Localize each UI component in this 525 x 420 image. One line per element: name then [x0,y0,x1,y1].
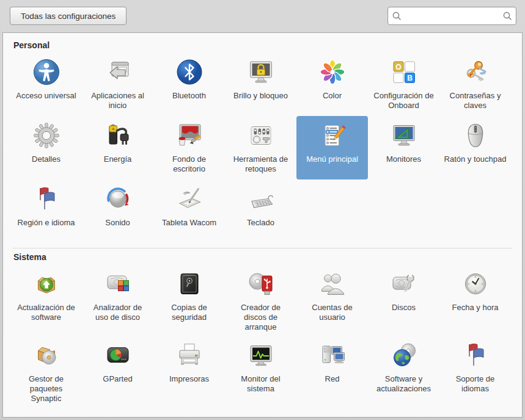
tile-label: Fecha y hora [452,303,499,313]
wacom-tablet-icon [175,184,204,214]
tile-region-language[interactable]: Región e idioma [10,179,82,243]
universal-access-icon [32,57,61,87]
tile-label: Soporte de idiomas [444,374,507,394]
tile-tweak-tool[interactable]: Herramienta de retoques [225,116,296,179]
tile-mouse[interactable]: Ratón y touchpad [439,116,511,179]
tile-date-time[interactable]: Fecha y hora [439,264,511,328]
tile-synaptic[interactable]: Gestor de paquetes Synaptic [10,336,82,407]
tile-label: Copias de seguridad [158,303,221,322]
gparted-icon [103,341,133,370]
tile-power[interactable]: + Energía [82,116,153,179]
startup-applications-icon [103,57,133,87]
search-icon [499,11,516,21]
tile-label: Región e idioma [18,218,75,228]
tweak-tool-icon [246,121,276,150]
tile-gparted[interactable]: GParted [82,336,153,399]
section-title: Personal [13,40,515,50]
software-update-icon [32,269,61,299]
bluetooth-icon [175,57,204,87]
tile-label: Contraseñas y claves [444,91,507,110]
tile-color[interactable]: Color [296,52,368,116]
tile-bluetooth[interactable]: Bluetooth [153,52,225,116]
tile-label: Red [325,374,340,384]
tile-sound[interactable]: Sonido [82,179,153,243]
svg-text:B: B [407,74,413,82]
tile-grid: Actualización de software Analizador de … [10,264,515,407]
section-title: Sistema [13,252,515,262]
svg-text:O: O [395,63,401,71]
tile-user-accounts[interactable]: Cuentas de usuario [296,264,368,328]
startup-disk-creator-icon [246,269,276,299]
tile-label: Menú principal [306,154,358,164]
tile-label: Discos [392,303,416,313]
tile-backups-safe[interactable]: Copias de seguridad [153,264,225,328]
tile-label: GParted [103,374,132,384]
user-accounts-icon [318,269,347,299]
tile-label: Herramienta de retoques [229,154,293,174]
settings-panel: Personal Acceso universal Aplicaciones a… [2,32,523,418]
tile-label: Software y actualizaciones [372,374,436,394]
tile-passwords-keys[interactable]: Contraseñas y claves [439,52,511,116]
search-input[interactable] [404,8,499,24]
monitors-icon [389,121,419,150]
tile-label: Analizador de uso de disco [86,303,150,322]
tile-label: Tableta Wacom [162,218,216,228]
brightness-lock-icon [246,57,276,87]
software-sources-icon [389,341,419,370]
disks-wrench-icon [389,269,419,299]
tile-label: Bluetooth [172,91,206,101]
date-time-icon [461,269,490,299]
language-support-icon [461,341,490,370]
tile-label: Configuración de Onboard [372,91,436,110]
passwords-keys-icon [461,57,490,87]
synaptic-icon [32,341,61,370]
tile-label: Creador de discos de arranque [229,303,293,332]
mouse-icon [461,121,490,150]
tile-label: Gestor de paquetes Synaptic [15,374,78,404]
tile-grid: Acceso universal Aplicaciones al inicio … [10,52,515,243]
tile-language-support[interactable]: Soporte de idiomas [439,336,511,399]
tile-label: Brillo y bloqueo [233,91,288,101]
tile-disks-wrench[interactable]: Discos [368,264,439,328]
tile-label: Actualización de software [15,303,78,322]
backups-safe-icon [175,269,204,299]
tile-software-sources[interactable]: Software y actualizaciones [368,336,439,399]
tile-wacom-tablet[interactable]: Tableta Wacom [153,179,225,243]
tile-label: Fondo de escritorio [158,154,221,174]
disk-usage-icon [103,269,133,299]
tile-onboard[interactable]: O BConfiguración de Onboard [368,52,439,116]
main-menu-icon [318,121,347,150]
tile-startup-applications[interactable]: Aplicaciones al inicio [82,52,153,116]
tile-startup-disk-creator[interactable]: Creador de discos de arranque [225,264,296,336]
tile-details-gear[interactable]: Detalles [10,116,82,179]
tile-label: Detalles [32,154,61,164]
tile-label: Teclado [247,218,274,228]
tile-monitors[interactable]: Monitores [368,116,439,179]
tile-label: Energía [104,154,132,164]
all-settings-button[interactable]: Todas las configuraciones [10,7,127,25]
tile-system-monitor[interactable]: Monitor del sistema [225,336,296,399]
tile-main-menu[interactable]: Menú principal [296,116,368,179]
tile-label: Monitores [386,154,421,164]
tile-brightness-lock[interactable]: Brillo y bloqueo [225,52,296,116]
tile-disk-usage[interactable]: Analizador de uso de disco [82,264,153,328]
tile-desktop-background[interactable]: Fondo de escritorio [153,116,225,179]
tile-software-update[interactable]: Actualización de software [10,264,82,328]
tile-label: Monitor del sistema [229,374,293,394]
tile-label: Cuentas de usuario [301,303,364,322]
section-separator [13,248,512,248]
tile-keyboard[interactable]: Teclado [225,179,296,243]
details-gear-icon [32,121,61,150]
power-icon: + [103,121,133,150]
tile-label: Impresoras [169,374,209,384]
tile-universal-access[interactable]: Acceso universal [10,52,82,116]
system-monitor-icon [246,341,276,370]
search-box[interactable] [387,7,516,25]
tile-label: Sonido [105,218,130,228]
network-icon [318,341,347,370]
tile-label: Acceso universal [16,91,76,101]
printers-icon [175,341,204,370]
tile-printers[interactable]: Impresoras [153,336,225,399]
sound-icon [103,184,133,214]
tile-network[interactable]: Red [296,336,368,399]
